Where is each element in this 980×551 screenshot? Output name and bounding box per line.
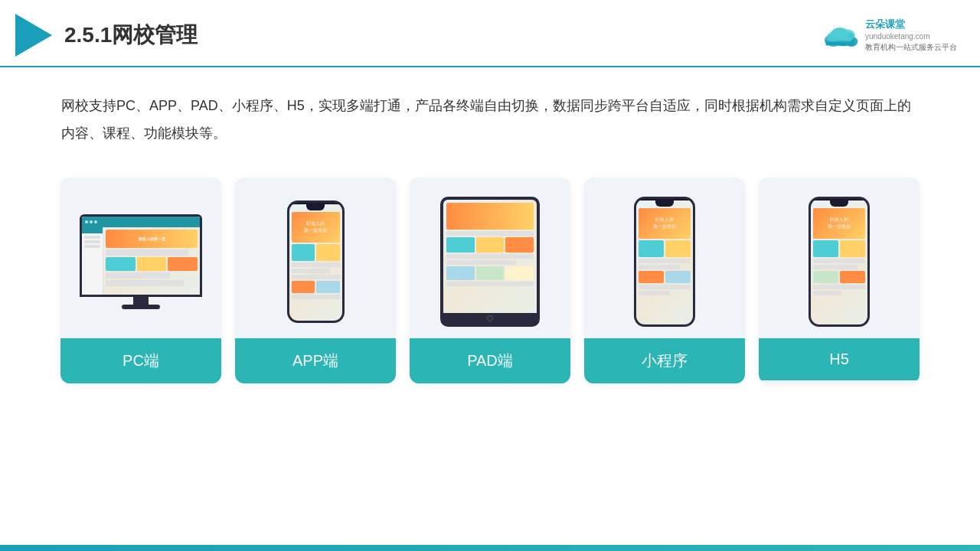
card-miniprogram-label: 小程序	[584, 338, 745, 383]
page-title: 2.5.1网校管理	[64, 21, 198, 50]
cards-container: 职造人的第一堂	[0, 162, 980, 399]
card-h5: 职造人的第一堂培训	[759, 178, 920, 383]
phone-miniprogram-icon: 职造人的第一堂培训	[634, 197, 695, 327]
bottom-bar	[0, 545, 980, 551]
pc-monitor-icon: 职造人的第一堂	[80, 214, 202, 309]
card-h5-image: 职造人的第一堂培训	[759, 178, 920, 338]
card-pad: PAD端	[410, 178, 570, 383]
header-right: 云朵课堂 yunduoketang.com 教育机构一站式服务云平台	[821, 18, 957, 53]
brand-url: yunduoketang.com	[865, 31, 957, 42]
card-pad-image	[410, 178, 570, 338]
svg-rect-7	[827, 37, 851, 42]
card-miniprogram: 职造人的第一堂培训	[584, 178, 745, 383]
phone-app-icon: 职造人的第一堂培训	[287, 201, 345, 323]
brand-subtitle: 教育机构一站式服务云平台	[865, 42, 957, 53]
card-pc-label: PC端	[60, 338, 221, 383]
card-pad-label: PAD端	[410, 338, 570, 383]
card-h5-label: H5	[759, 338, 920, 380]
header-left: 2.5.1网校管理	[15, 14, 198, 57]
cloud-icon	[821, 21, 859, 49]
brand-text: 云朵课堂 yunduoketang.com 教育机构一站式服务云平台	[865, 18, 957, 53]
card-miniprogram-image: 职造人的第一堂培训	[584, 178, 745, 338]
brand-logo: 云朵课堂 yunduoketang.com 教育机构一站式服务云平台	[821, 18, 957, 53]
logo-triangle-icon	[15, 14, 52, 57]
phone-h5-icon: 职造人的第一堂培训	[808, 197, 870, 327]
page-header: 2.5.1网校管理 云朵课堂 yunduoketang.com 教育机构一站式服…	[0, 0, 980, 67]
card-app-image: 职造人的第一堂培训	[235, 178, 396, 338]
card-app: 职造人的第一堂培训	[235, 178, 396, 383]
tablet-pad-icon	[440, 197, 540, 327]
card-pc: 职造人的第一堂	[60, 178, 221, 383]
description-text: 网校支持PC、APP、PAD、小程序、H5，实现多端打通，产品各终端自由切换，数…	[0, 67, 980, 162]
card-pc-image: 职造人的第一堂	[60, 178, 221, 338]
card-app-label: APP端	[235, 338, 396, 383]
brand-name: 云朵课堂	[865, 18, 957, 31]
